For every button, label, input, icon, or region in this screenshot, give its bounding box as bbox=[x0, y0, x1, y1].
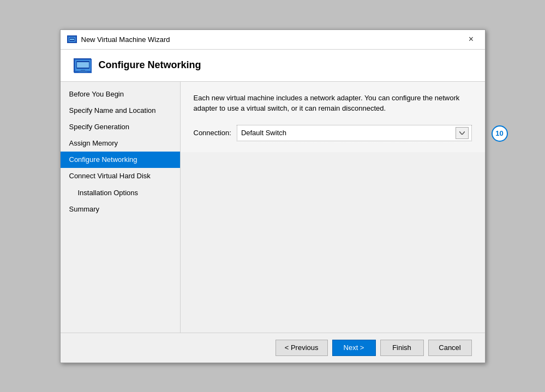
sidebar-item-7[interactable]: Summary bbox=[61, 201, 180, 218]
svg-rect-3 bbox=[70, 39, 74, 40]
sidebar-item-0[interactable]: Before You Begin bbox=[61, 86, 180, 102]
sidebar-item-2[interactable]: Specify Generation bbox=[61, 119, 180, 135]
page-title: Configure Networking bbox=[99, 59, 201, 71]
dropdown-arrow[interactable] bbox=[456, 127, 469, 139]
sidebar-item-5[interactable]: Connect Virtual Hard Disk bbox=[61, 168, 180, 184]
footer: < Previous Next > Finish Cancel bbox=[61, 333, 485, 363]
sidebar-item-1[interactable]: Specify Name and Location bbox=[61, 102, 180, 119]
page-header: Configure Networking bbox=[61, 50, 485, 82]
sidebar-item-3[interactable]: Assign Memory bbox=[61, 135, 180, 152]
svg-rect-8 bbox=[81, 70, 85, 71]
previous-button[interactable]: < Previous bbox=[276, 340, 328, 356]
title-bar-left: New Virtual Machine Wizard bbox=[67, 35, 170, 44]
window-icon bbox=[67, 35, 77, 43]
close-button[interactable]: × bbox=[464, 32, 478, 46]
next-button[interactable]: Next > bbox=[332, 340, 376, 356]
description-text: Each new virtual machine includes a netw… bbox=[194, 93, 472, 114]
content-wrapper: Each new virtual machine includes a netw… bbox=[181, 82, 485, 333]
content-area: Each new virtual machine includes a netw… bbox=[181, 82, 485, 152]
finish-button[interactable]: Finish bbox=[380, 340, 424, 356]
sidebar-item-6[interactable]: Installation Options bbox=[61, 185, 180, 201]
title-bar: New Virtual Machine Wizard × bbox=[61, 30, 485, 50]
svg-rect-9 bbox=[79, 71, 87, 73]
connection-select-wrapper[interactable]: Default Switch bbox=[237, 125, 472, 141]
step-badge: 10 bbox=[492, 125, 508, 142]
wizard-window: New Virtual Machine Wizard × Configure N… bbox=[60, 29, 486, 363]
connection-label: Connection: bbox=[194, 129, 231, 137]
sidebar-item-4[interactable]: Configure Networking bbox=[61, 152, 180, 168]
sidebar: Before You BeginSpecify Name and Locatio… bbox=[61, 82, 181, 333]
connection-value: Default Switch bbox=[239, 128, 456, 138]
connection-row: Connection: Default Switch bbox=[194, 125, 472, 141]
svg-rect-7 bbox=[77, 62, 89, 68]
window-title: New Virtual Machine Wizard bbox=[81, 35, 170, 44]
main-content: Before You BeginSpecify Name and Locatio… bbox=[61, 82, 485, 333]
header-icon bbox=[74, 58, 91, 73]
cancel-button[interactable]: Cancel bbox=[428, 340, 472, 356]
